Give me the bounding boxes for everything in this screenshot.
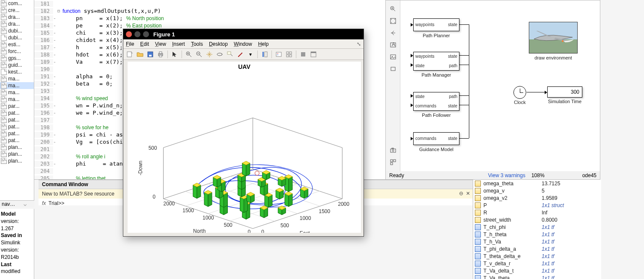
file-item[interactable]: plan... (0, 157, 34, 164)
colorbar-icon[interactable] (260, 50, 269, 59)
brush-icon[interactable] (236, 50, 245, 59)
window-maximize-icon[interactable] (143, 31, 149, 37)
workspace-row[interactable]: T_v_delta_r1x1 tf (473, 260, 601, 267)
workspace-row[interactable]: T_theta_delta_e1x1 tf (473, 252, 601, 260)
file-item[interactable]: com... (0, 0, 34, 7)
block-clock[interactable] (513, 86, 526, 99)
file-item[interactable]: forc... (0, 48, 34, 55)
link-data-icon[interactable]: ▾ (246, 50, 255, 59)
file-item[interactable]: esti... (0, 41, 34, 48)
figure-menubar[interactable]: FileEditViewInsertToolsDesktopWindowHelp… (123, 39, 364, 49)
nav-left-icon[interactable] (389, 29, 397, 37)
status-warnings-link[interactable]: View 3 warnings (488, 172, 525, 178)
block-path-planner[interactable]: waypoints state (413, 18, 459, 31)
legend-icon[interactable] (274, 50, 283, 59)
open-icon[interactable] (135, 50, 145, 59)
file-item[interactable]: cre... (0, 7, 34, 14)
menu-tools[interactable]: Tools (191, 41, 203, 47)
file-item[interactable]: pat... (0, 130, 34, 137)
new-figure-icon[interactable] (125, 50, 134, 59)
block-icon[interactable] (389, 65, 397, 73)
file-browser-dropdown[interactable]: navsi... ⌵ (0, 200, 34, 207)
subplot-icon[interactable] (284, 50, 294, 59)
zoom-in-icon[interactable] (184, 50, 194, 59)
workspace-row[interactable]: omega_v21.9589 (473, 194, 601, 202)
menu-view[interactable]: View (155, 41, 166, 47)
menu-desktop[interactable]: Desktop (209, 41, 228, 47)
figure-axes[interactable]: UAV 500 0 (128, 62, 361, 233)
file-browser[interactable]: com...cre...dra...dra...dubi...dubi...es… (0, 0, 34, 200)
figure-titlebar[interactable]: Figure 1 (123, 29, 364, 39)
window-close-icon[interactable] (126, 31, 132, 37)
file-item[interactable]: par... (0, 103, 34, 110)
figure-window[interactable]: Figure 1 FileEditViewInsertToolsDesktopW… (123, 29, 364, 237)
data-cursor-icon[interactable] (225, 50, 235, 59)
menu-file[interactable]: File (126, 41, 134, 47)
window-minimize-icon[interactable] (134, 31, 140, 37)
code-line[interactable]: 181 (34, 0, 385, 7)
block-display[interactable]: 300 (547, 86, 582, 98)
pan-icon[interactable] (205, 50, 214, 59)
expand-icon[interactable]: ⤡ (357, 41, 361, 47)
workspace-row[interactable]: P1x1 struct (473, 202, 601, 209)
workspace-row[interactable]: T_h_theta1x1 tf (473, 231, 601, 238)
block-path-follower[interactable]: state commands path state (413, 92, 459, 111)
simulink-palette[interactable]: A » (386, 0, 400, 178)
simulink-window[interactable]: A » waypoints state Path Planner waypoin… (385, 0, 600, 179)
file-item[interactable]: dra... (0, 21, 34, 27)
save-icon[interactable] (146, 50, 155, 59)
workspace-panel[interactable]: omega_theta13.7125omega_v5omega_v21.9589… (473, 180, 601, 279)
pointer-icon[interactable] (170, 50, 179, 59)
file-item[interactable]: plan... (0, 144, 34, 151)
file-item[interactable]: dra... (0, 14, 34, 21)
block-guidance-model[interactable]: commands state (413, 132, 459, 145)
print-icon[interactable] (156, 50, 165, 59)
workspace-row[interactable]: omega_theta13.7125 (473, 180, 601, 187)
file-item[interactable]: dubi... (0, 34, 34, 41)
annotation-icon[interactable]: A (389, 41, 397, 49)
file-item[interactable]: pat... (0, 123, 34, 130)
properties-icon[interactable] (389, 158, 397, 166)
file-item[interactable]: pat... (0, 137, 34, 144)
file-item[interactable]: kest... (0, 68, 34, 75)
block-path-manager[interactable]: waypoints state state path (413, 52, 459, 71)
workspace-row[interactable]: street_width0.8000 (473, 216, 601, 223)
workspace-row[interactable]: omega_v5 (473, 187, 601, 194)
file-item[interactable]: pat... (0, 110, 34, 116)
workspace-row[interactable]: T_Va_theta1x1 tf (473, 274, 601, 279)
fit-to-screen-icon[interactable] (389, 17, 397, 25)
file-item[interactable]: guid... (0, 62, 34, 68)
workspace-row[interactable]: T_Va_delta_t1x1 tf (473, 267, 601, 274)
menu-help[interactable]: Help (258, 41, 269, 47)
zoom-out-icon[interactable] (194, 50, 204, 59)
close-icon[interactable]: ✕ (465, 190, 471, 196)
figure-toolbar[interactable]: ▾ (123, 49, 364, 60)
file-item[interactable]: ma... (0, 75, 34, 82)
file-item[interactable]: ma... (0, 89, 34, 96)
zoom-in-icon[interactable] (389, 5, 397, 13)
workspace-row[interactable]: RInf (473, 209, 601, 216)
code-line[interactable]: 182⊟function sys=mdlOutputs(t,x,u,P) (34, 7, 385, 15)
menu-insert[interactable]: Insert (172, 41, 185, 47)
workspace-row[interactable]: T_chi_phi1x1 tf (473, 223, 601, 231)
rotate-3d-icon[interactable] (215, 50, 224, 59)
camera-icon[interactable] (389, 146, 397, 154)
block-draw-environment[interactable] (529, 22, 578, 53)
minimize-icon[interactable]: ⊖ (459, 190, 463, 196)
workspace-row[interactable]: T_h_Va1x1 tf (473, 238, 601, 245)
file-item[interactable]: ma... (0, 96, 34, 103)
workspace-row[interactable]: T_phi_delta_a1x1 tf (473, 245, 601, 252)
simulink-canvas[interactable]: waypoints state Path Planner waypoints s… (400, 0, 600, 178)
file-item[interactable]: pat... (0, 116, 34, 123)
code-line[interactable]: 183- pn = x(1); % North position (34, 15, 385, 22)
file-item[interactable]: plan... (0, 151, 34, 157)
menu-window[interactable]: Window (234, 41, 252, 47)
file-item[interactable]: gps... (0, 55, 34, 62)
file-item[interactable]: ma... (0, 82, 34, 89)
code-line[interactable]: 184- pe = x(2); % East position (34, 22, 385, 29)
hide-tools-icon[interactable] (298, 50, 308, 59)
menu-edit[interactable]: Edit (140, 41, 149, 47)
dock-icon[interactable] (309, 50, 318, 59)
file-item[interactable]: dubi... (0, 27, 34, 34)
image-icon[interactable] (389, 53, 397, 61)
